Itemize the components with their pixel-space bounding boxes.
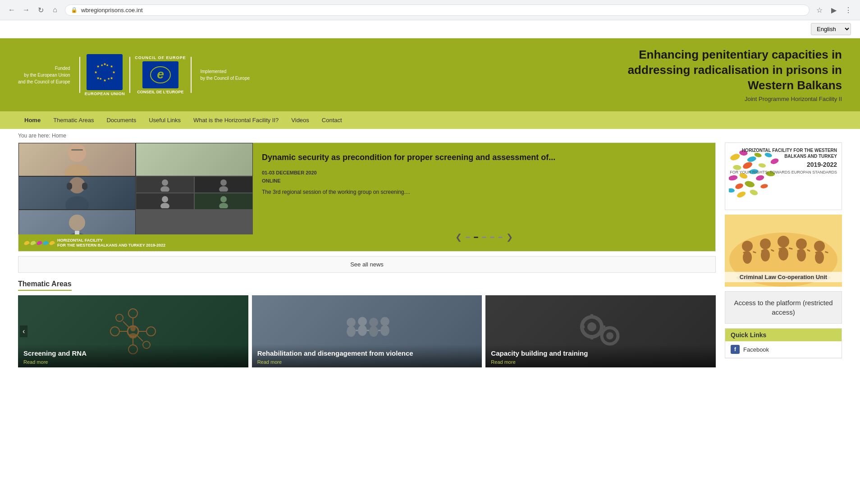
nav-contact[interactable]: Contact xyxy=(316,111,348,129)
nav-documents[interactable]: Documents xyxy=(100,111,142,129)
carousel-dot-5[interactable] xyxy=(498,237,503,238)
svg-text:★: ★ xyxy=(110,76,113,80)
content-area: HORIZONTAL FACILITYFOR THE WESTERN BALKA… xyxy=(18,142,716,367)
svg-point-29 xyxy=(219,186,228,192)
nav-videos[interactable]: Videos xyxy=(285,111,316,129)
implemented-by-text: Implementedby the Council of Europe xyxy=(201,68,250,82)
see-all-news-link[interactable]: See all news xyxy=(18,256,716,273)
browser-actions: ☆ ▶ ⋮ xyxy=(813,4,855,16)
reload-button[interactable]: ↻ xyxy=(34,4,47,16)
main-navigation: Home Thematic Areas Documents Useful Lin… xyxy=(0,111,860,129)
svg-text:★: ★ xyxy=(110,64,113,69)
carousel-dot-3[interactable] xyxy=(482,237,486,238)
svg-point-37 xyxy=(128,309,137,318)
breadcrumb-home[interactable]: Home xyxy=(52,133,66,139)
card-prev-arrow-screening[interactable]: ‹ xyxy=(20,325,27,337)
forward-button[interactable]: → xyxy=(20,4,32,16)
svg-text:★: ★ xyxy=(103,78,106,82)
card-overlay-capacity: Capacity building and training Read more xyxy=(485,344,716,368)
svg-point-83 xyxy=(749,189,759,197)
quick-link-facebook[interactable]: f Facebook xyxy=(725,341,842,358)
svg-text:★: ★ xyxy=(101,64,103,67)
carousel-dot-4[interactable] xyxy=(490,237,494,238)
carousel-dot-1[interactable] xyxy=(466,237,470,238)
logo-divider-right xyxy=(191,57,192,93)
svg-point-50 xyxy=(347,326,356,337)
svg-point-102 xyxy=(796,238,807,249)
access-platform-title: Access to the platform (restricted acces… xyxy=(732,298,835,317)
site-title: Enhancing penitentiary capacities in add… xyxy=(626,47,842,93)
card-title-rehabilitation: Rehabilitation and disengagement from vi… xyxy=(257,349,477,358)
svg-text:★: ★ xyxy=(112,70,115,74)
site-header: Fundedby the European Unionand the Counc… xyxy=(0,38,860,111)
nav-home[interactable]: Home xyxy=(18,111,47,129)
card-readmore-screening[interactable]: Read more xyxy=(23,359,243,365)
thematic-cards: ‹ Screening and RNA Read more xyxy=(18,295,716,367)
thematic-card-capacity[interactable]: Capacity building and training Read more xyxy=(485,295,716,367)
svg-point-35 xyxy=(110,327,119,336)
carousel-person-1 xyxy=(18,143,136,176)
svg-point-47 xyxy=(130,326,136,331)
svg-point-63 xyxy=(606,332,613,339)
svg-point-82 xyxy=(736,191,746,199)
svg-point-25 xyxy=(65,196,89,210)
svg-text:★: ★ xyxy=(106,64,109,67)
card-readmore-capacity[interactable]: Read more xyxy=(491,359,710,365)
profile-button[interactable]: ▶ xyxy=(828,4,840,16)
hf-banner-years: 2019-2022 xyxy=(725,161,837,168)
back-button[interactable]: ← xyxy=(5,4,18,16)
hf-banner[interactable]: HORIZONTAL FACILITY FOR THE WESTERN BALK… xyxy=(725,142,842,210)
svg-point-27 xyxy=(160,186,169,192)
svg-point-54 xyxy=(369,326,378,337)
carousel-location: ONLINE xyxy=(262,178,706,183)
header-logos: Fundedby the European Unionand the Counc… xyxy=(18,54,250,96)
clu-banner[interactable]: Criminal Law Co-operation Unit xyxy=(725,215,842,287)
carousel-prev-button[interactable]: ❮ xyxy=(455,232,462,242)
svg-point-36 xyxy=(146,327,156,336)
thematic-card-screening[interactable]: ‹ Screening and RNA Read more xyxy=(18,295,248,367)
browser-chrome: ← → ↻ ⌂ 🔒 wbregionprisons.coe.int ☆ ▶ ⋮ xyxy=(0,0,860,20)
thematic-card-rehabilitation[interactable]: Rehabilitation and disengagement from vi… xyxy=(252,295,482,367)
carousel-dot-2[interactable] xyxy=(474,237,478,238)
carousel-group xyxy=(18,176,136,210)
svg-point-28 xyxy=(220,179,227,186)
svg-rect-18 xyxy=(71,149,83,151)
coe-flag-label: CONSEIL DE L'EUROPE xyxy=(137,90,183,94)
hf-banner-sub: FOR YOUR RIGHTS: TOWARDS EUROPAN STANDAR… xyxy=(725,170,837,175)
card-title-screening: Screening and RNA xyxy=(23,349,243,358)
svg-point-74 xyxy=(729,175,738,181)
quick-links-section: Quick Links f Facebook xyxy=(725,328,842,358)
carousel-next-button[interactable]: ❯ xyxy=(506,232,513,242)
carousel-videocall xyxy=(136,176,253,210)
home-button[interactable]: ⌂ xyxy=(49,4,61,16)
svg-point-52 xyxy=(358,325,367,336)
card-overlay-screening: Screening and RNA Read more xyxy=(18,344,248,368)
eu-flag: ★ ★ ★ ★ ★ ★ ★ ★ ★ xyxy=(87,54,123,90)
bookmark-button[interactable]: ☆ xyxy=(813,4,826,16)
svg-point-61 xyxy=(587,322,596,331)
svg-point-56 xyxy=(380,325,389,336)
svg-point-26 xyxy=(162,179,168,186)
svg-point-84 xyxy=(760,183,768,189)
carousel-description: The 3rd regional session of the working … xyxy=(262,188,706,196)
breadcrumb-label: You are here: xyxy=(18,133,50,139)
nav-thematic-areas[interactable]: Thematic Areas xyxy=(47,111,100,129)
svg-text:★: ★ xyxy=(96,64,100,69)
funded-by-text: Fundedby the European Unionand the Counc… xyxy=(18,65,70,85)
menu-button[interactable]: ⋮ xyxy=(842,4,855,16)
nav-horizontal-facility[interactable]: What is the Horizontal Facility II? xyxy=(187,111,285,129)
nav-useful-links[interactable]: Useful Links xyxy=(142,111,187,129)
carousel-navigation: ❮ ❯ xyxy=(253,232,715,242)
svg-point-106 xyxy=(814,241,825,252)
sidebar: HORIZONTAL FACILITY FOR THE WESTERN BALK… xyxy=(725,142,842,367)
svg-text:★: ★ xyxy=(99,77,102,80)
address-bar[interactable]: 🔒 wbregionprisons.coe.int xyxy=(65,5,810,16)
thematic-areas-title: Thematic Areas xyxy=(18,280,72,291)
card-readmore-rehabilitation[interactable]: Read more xyxy=(257,359,477,365)
svg-rect-66 xyxy=(580,325,585,328)
carousel-date: 01-03 DECEMBER 2020 xyxy=(262,170,706,175)
svg-point-49 xyxy=(347,318,356,327)
language-selector[interactable]: English French Serbian Albanian Bosnian xyxy=(811,23,851,35)
access-platform-box[interactable]: Access to the platform (restricted acces… xyxy=(725,291,842,324)
svg-point-81 xyxy=(729,188,735,193)
